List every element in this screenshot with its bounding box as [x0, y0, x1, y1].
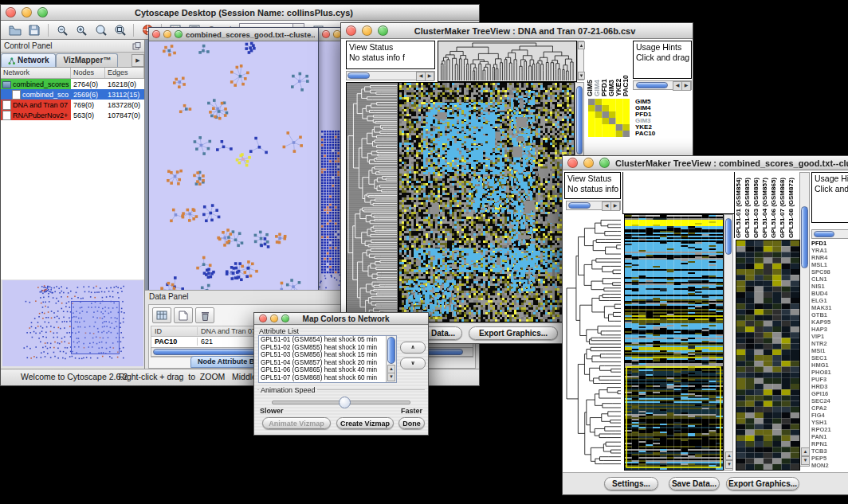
float-panel-icon[interactable] — [132, 42, 141, 50]
gene-label[interactable]: YSH1 — [811, 419, 848, 426]
scroll-up-icon[interactable]: ▲ — [801, 447, 810, 456]
gene-label[interactable]: NTR2 — [811, 340, 848, 347]
scroll-right-icon[interactable]: ▶ — [425, 72, 434, 81]
close-button[interactable] — [346, 25, 356, 36]
gene-label[interactable]: PFD1 — [811, 240, 848, 247]
column-label[interactable]: YKE2 — [614, 41, 622, 96]
scroll-right-icon[interactable]: ▶ — [610, 201, 620, 211]
gene-label[interactable]: RPN1 — [811, 440, 848, 447]
gene-label[interactable]: CLN1 — [811, 275, 848, 283]
gene-label[interactable]: PAN1 — [811, 433, 848, 440]
dialog-titlebar[interactable]: Map Colors to Network — [254, 313, 428, 325]
scroll-thumb[interactable] — [576, 86, 583, 154]
column-label[interactable]: PAC10 — [622, 41, 629, 96]
attribute-item[interactable]: GPL51-03 (GSM856) heat shock 15 min — [259, 351, 396, 359]
gene-label[interactable]: ELG1 — [811, 297, 848, 304]
row-label[interactable]: PAC10 — [635, 131, 689, 137]
gene-label[interactable]: FIG4 — [811, 412, 848, 419]
gene-label[interactable]: TCB3 — [811, 447, 848, 455]
column-label[interactable]: GIM3 — [607, 41, 614, 96]
animation-speed-slider[interactable] — [272, 400, 410, 404]
scroll-down-icon[interactable]: ▼ — [578, 72, 585, 80]
scroll-up-icon[interactable]: ▲ — [725, 451, 733, 460]
gene-label[interactable]: GTB1 — [811, 311, 848, 318]
new-attribute-icon[interactable] — [174, 307, 193, 323]
zoom-button[interactable] — [378, 25, 388, 36]
scroll-thumb[interactable] — [387, 337, 395, 364]
zoom-out-icon[interactable] — [53, 22, 72, 38]
gene-label[interactable]: MON2 — [811, 462, 848, 469]
global-heatmap-canvas[interactable] — [624, 214, 724, 471]
usage-hints-hscrollbar[interactable]: ◀ ▶ — [633, 80, 692, 90]
gene-label[interactable]: RNR4 — [811, 254, 848, 261]
gene-label[interactable]: SEC1 — [811, 354, 848, 361]
gene-label[interactable]: MSL1 — [811, 261, 848, 268]
attribute-item[interactable]: GPL51-07 (GSM868) heat shock 60 min — [259, 374, 396, 382]
close-button[interactable] — [322, 30, 330, 38]
settings-button[interactable]: Settings... — [604, 477, 658, 490]
zoom-button[interactable] — [175, 30, 183, 38]
gene-label[interactable]: HMG1 — [811, 361, 848, 369]
export-graphics-button[interactable]: Export Graphics... — [469, 326, 558, 340]
attribute-item[interactable]: GPL51-02 (GSM855) heat shock 10 min — [259, 344, 396, 352]
column-label[interactable]: GIM5 — [586, 41, 593, 96]
gene-label[interactable]: PEP5 — [811, 455, 848, 462]
network-row[interactable]: DNA and Tran 07 769(0) 183728(0) — [1, 100, 144, 110]
usage-hints-hscrollbar[interactable] — [811, 229, 848, 239]
column-dendrogram-canvas[interactable] — [438, 41, 577, 82]
heatmap-canvas[interactable] — [398, 82, 575, 322]
network-row[interactable]: combined_scores 2764(0) 16218(0) — [1, 79, 144, 89]
tab-network[interactable]: Network — [1, 53, 56, 67]
gene-label[interactable]: BUD4 — [811, 290, 848, 297]
gene-label[interactable]: CPA2 — [811, 404, 848, 412]
scroll-right-icon[interactable]: ▶ — [681, 81, 691, 91]
view-status-hscrollbar[interactable]: ◀ ▶ — [346, 71, 435, 80]
zoom-button[interactable] — [281, 315, 289, 322]
column-label[interactable]: GIM4 — [593, 41, 600, 96]
zoom-button[interactable] — [37, 7, 48, 18]
gene-label[interactable]: RPO21 — [811, 426, 848, 433]
gene-label[interactable]: YRA1 — [811, 247, 848, 254]
tab-vizmapper[interactable]: VizMapper™ — [56, 53, 118, 67]
treeview1-titlebar[interactable]: ClusterMaker TreeView : DNA and Tran 07-… — [341, 23, 693, 39]
close-button[interactable] — [152, 30, 160, 38]
column-label[interactable]: GPL51-03 (GSM856) — [752, 172, 761, 238]
scroll-thumb[interactable] — [814, 231, 834, 237]
main-titlebar[interactable]: Cytoscape Desktop (Session Name: collins… — [1, 5, 479, 21]
minimize-button[interactable] — [163, 30, 171, 38]
gene-label[interactable]: PHO81 — [811, 369, 848, 376]
create-vizmap-button[interactable]: Create Vizmap — [336, 417, 394, 429]
zoom-heatmap-canvas[interactable] — [736, 240, 800, 471]
gene-label[interactable]: KAP95 — [811, 318, 848, 326]
column-label[interactable]: GPL51-04 (GSM857) — [761, 172, 770, 238]
network-overview-thumbnail[interactable] — [2, 280, 143, 366]
minimize-button[interactable] — [583, 158, 594, 168]
column-label[interactable]: GPL51-07 (GSM868) — [779, 172, 787, 238]
global-vscrollbar[interactable]: ▲ ▼ — [724, 214, 733, 471]
done-button[interactable]: Done — [398, 417, 425, 429]
move-down-button[interactable]: ∨ — [400, 357, 426, 369]
zoom-in-icon[interactable] — [72, 22, 91, 38]
scroll-down-icon[interactable]: ▼ — [387, 373, 395, 381]
treeview2-titlebar[interactable]: ClusterMaker TreeView : combined_scores_… — [563, 156, 848, 170]
scroll-thumb[interactable] — [568, 202, 591, 209]
save-icon[interactable] — [25, 22, 44, 38]
tab-overflow-button[interactable]: ▶ — [132, 54, 144, 67]
gene-label[interactable]: PUF3 — [811, 376, 848, 383]
minimize-button[interactable] — [270, 315, 278, 322]
slider-thumb[interactable] — [339, 397, 351, 408]
gene-label[interactable]: SEC24 — [811, 397, 848, 404]
delete-attribute-trash-icon[interactable] — [195, 307, 214, 323]
attribute-item[interactable]: GPL51-06 (GSM865) heat shock 40 min — [259, 366, 396, 374]
row-dendrogram-canvas[interactable] — [564, 214, 622, 469]
minimize-button[interactable] — [362, 25, 372, 36]
move-up-button[interactable]: ∧ — [400, 342, 426, 354]
gene-label[interactable]: SPC98 — [811, 268, 848, 275]
zoom-button[interactable] — [599, 158, 610, 168]
gene-label[interactable]: MAK31 — [811, 304, 848, 311]
column-label[interactable]: GPL51-01 (GSM854) — [735, 172, 744, 238]
network1-canvas[interactable] — [149, 41, 316, 294]
save-data-button[interactable]: Save Data... — [669, 477, 720, 490]
view-status-hscrollbar[interactable]: ◀ ▶ — [566, 201, 621, 210]
column-label[interactable]: GPL51-06 (GSM865) — [770, 172, 779, 238]
